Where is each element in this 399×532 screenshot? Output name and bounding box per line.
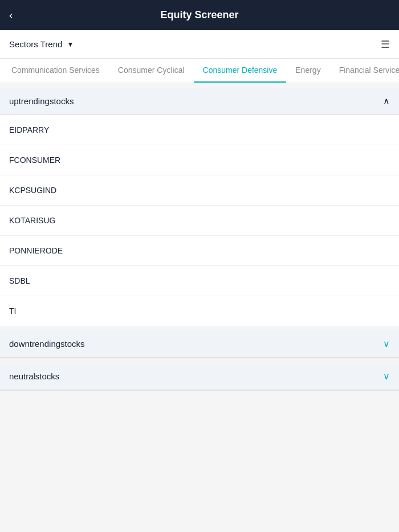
tab-consumer-defensive[interactable]: Consumer Defensive [194,59,287,83]
tab-financial[interactable]: Financial Services [330,59,399,83]
stock-item[interactable]: PONNIERODE [0,236,399,266]
downtrending-section-header[interactable]: downtrendingstocks ∨ [0,330,399,358]
downtrending-chevron-icon: ∨ [383,338,390,349]
neutral-section-header[interactable]: neutralstocks ∨ [0,363,399,390]
stock-item[interactable]: SDBL [0,266,399,296]
tab-consumer-cyclical[interactable]: Consumer Cyclical [109,59,194,83]
stock-item[interactable]: EIDPARRY [0,115,399,145]
tabs-bar: Communication Services Consumer Cyclical… [0,59,399,83]
tab-energy[interactable]: Energy [286,59,329,83]
page-title: Equity Screener [160,9,238,21]
toolbar: Sectors Trend ▼ ☰ [0,30,399,59]
header: ‹ Equity Screener [0,0,399,30]
uptrending-stock-list: EIDPARRY FCONSUMER KCPSUGIND KOTARISUG P… [0,115,399,326]
neutral-label: neutralstocks [9,371,59,381]
uptrending-label: uptrendingstocks [9,96,74,106]
stock-item[interactable]: FCONSUMER [0,145,399,175]
downtrending-label: downtrendingstocks [9,339,85,349]
back-button[interactable]: ‹ [9,9,13,22]
list-view-button[interactable]: ☰ [381,38,390,51]
stock-item[interactable]: KOTARISUG [0,206,399,236]
stock-item[interactable]: KCPSUGIND [0,175,399,206]
downtrending-section: downtrendingstocks ∨ [0,330,399,358]
sectors-trend-dropdown[interactable]: Sectors Trend ▼ [9,39,74,49]
uptrending-chevron-icon: ∧ [383,96,390,107]
stock-item[interactable]: TI [0,296,399,326]
tab-communication[interactable]: Communication Services [2,59,109,83]
neutral-chevron-icon: ∨ [383,371,390,382]
toolbar-label: Sectors Trend [9,39,62,49]
neutral-section: neutralstocks ∨ [0,363,399,391]
uptrending-section-header[interactable]: uptrendingstocks ∧ [0,88,399,115]
dropdown-icon: ▼ [67,40,74,48]
